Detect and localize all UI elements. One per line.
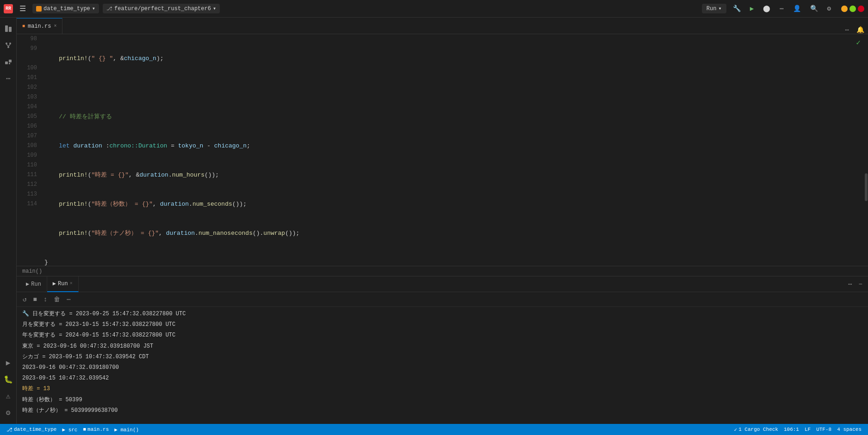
activity-item-source-control[interactable]	[1, 38, 16, 53]
tab-icon-rs: ■	[22, 24, 25, 29]
svg-rect-1	[9, 27, 12, 32]
status-indent[interactable]: 4 spaces	[834, 424, 864, 435]
status-symbol-label: ▶ main()	[114, 427, 139, 433]
panel-tab-run-2[interactable]: ▶ Run ×	[47, 276, 79, 292]
title-bar-left: RR ☰ date_time_type ▾ ⎇ feature/perfect_…	[4, 3, 698, 14]
branch-chevron-icon: ▾	[213, 5, 216, 12]
code-editor[interactable]: ✓ 98 99 100 101 102 103 104 105 106 107 …	[17, 34, 868, 266]
status-branch-icon: ⎇	[6, 427, 12, 433]
tab-notify-button[interactable]: 🔔	[853, 26, 868, 34]
tab-close-button[interactable]: ×	[54, 24, 56, 29]
output-line-6: 2023-09-16 00:47:32.039180700	[17, 362, 868, 373]
profile-icon[interactable]: 👤	[790, 3, 804, 14]
minimize-button[interactable]: —	[841, 6, 848, 12]
output-text-7: 2023-09-15 10:47:32.039542	[22, 374, 109, 383]
tab-bar: ■ main.rs × ⋯ 🔔	[17, 18, 868, 34]
status-encoding[interactable]: UTF-8	[813, 424, 834, 435]
toolbar-scroll-button[interactable]: ↕	[41, 294, 50, 305]
main-layout: ⋯ ▶ 🐛 ⚠ ⚙ ■ main.rs × ⋯ 🔔 ✓ 98	[0, 18, 868, 424]
panel-content[interactable]: 🔧 日を変更する = 2023-09-25 15:47:32.038227800…	[17, 307, 868, 424]
editor-scrollbar[interactable]	[864, 34, 868, 266]
panel-tab-run-icon: ▶	[26, 281, 29, 288]
panel-tab-run-1[interactable]: ▶ Run	[20, 276, 47, 292]
panel-tab-close-button[interactable]: ×	[70, 281, 73, 286]
project-dot	[36, 6, 42, 12]
status-cargo-check[interactable]: ✓ 1 Cargo Check	[732, 424, 781, 435]
activity-item-more[interactable]: ⋯	[1, 71, 16, 86]
play-button[interactable]: ▶	[747, 3, 756, 14]
output-line-5: シカゴ = 2023-09-15 10:47:32.039542 CDT	[17, 352, 868, 362]
function-hint: main()	[17, 266, 868, 276]
hamburger-button[interactable]: ☰	[17, 3, 29, 14]
tab-main-rs[interactable]: ■ main.rs ×	[17, 18, 62, 34]
status-bar: ⎇ date_time_type ▶ src ■ main.rs ▶ main(…	[0, 424, 868, 435]
cargo-check-label: 1 Cargo Check	[738, 427, 778, 432]
status-line-ending-label: LF	[805, 427, 811, 432]
run-chevron-icon: ▾	[718, 5, 721, 12]
scrollbar-thumb[interactable]	[865, 173, 868, 201]
output-text-3: 年を変更する = 2024-09-15 15:47:32.038227800 U…	[22, 331, 175, 340]
title-bar: RR ☰ date_time_type ▾ ⎇ feature/perfect_…	[0, 0, 868, 18]
output-line-1: 🔧 日を変更する = 2023-09-25 15:47:32.038227800…	[17, 309, 868, 319]
status-file-icon: ■	[83, 427, 86, 432]
status-line-ending[interactable]: LF	[802, 424, 813, 435]
status-project-label: date_time_type	[14, 427, 56, 432]
activity-item-problems[interactable]: ⚠	[1, 389, 16, 404]
output-line-9: 時差（秒数） = 50399	[17, 395, 868, 405]
status-position[interactable]: 106:1	[781, 424, 802, 435]
branch-selector[interactable]: ⎇ feature/perfect_rust_chapter6 ▾	[103, 4, 220, 13]
toolbar-clear-button[interactable]: 🗑	[51, 294, 62, 305]
svg-point-4	[7, 46, 9, 48]
status-symbol[interactable]: ▶ main()	[112, 424, 142, 435]
svg-line-6	[8, 44, 10, 46]
toolbar-refresh-button[interactable]: ↺	[20, 294, 29, 305]
toolbar-icon-button[interactable]: 🔧	[730, 3, 744, 14]
status-branch[interactable]: ⎇ date_time_type	[4, 424, 59, 435]
svg-point-2	[6, 43, 7, 44]
rr-logo: RR	[4, 4, 13, 13]
settings-icon[interactable]: ⚙	[825, 3, 834, 14]
line-numbers: 98 99 100 101 102 103 104 105 106 107 10…	[17, 34, 41, 266]
svg-rect-0	[5, 25, 8, 32]
more-options-button[interactable]: ⋯	[777, 3, 786, 14]
maximize-button[interactable]: □	[849, 6, 856, 12]
output-text-4: 東京 = 2023-09-16 00:47:32.039180700 JST	[22, 342, 153, 351]
code-line-101: println!("時差 = {}", &duration.num_hours(…	[44, 170, 864, 180]
activity-bar: ⋯ ▶ 🐛 ⚠ ⚙	[0, 18, 17, 424]
activity-item-settings[interactable]: ⚙	[1, 405, 16, 420]
status-src[interactable]: ▶ src	[59, 424, 80, 435]
panel-tab-run2-icon: ▶	[53, 280, 56, 287]
svg-rect-9	[9, 63, 10, 64]
toolbar-stop-button[interactable]: ■	[31, 294, 39, 305]
output-icon-1: 🔧	[22, 310, 32, 319]
code-line-99	[44, 83, 864, 92]
output-line-7: 2023-09-15 10:47:32.039542	[17, 373, 868, 384]
panel-collapse-button[interactable]: −	[857, 280, 864, 289]
code-lines: println!(" {} ", &chicago_n); // 時差を計算する…	[41, 34, 864, 266]
activity-item-run[interactable]: ▶	[1, 355, 16, 370]
window-controls: — □ ✕	[841, 6, 864, 12]
tab-more-button[interactable]: ⋯	[842, 26, 853, 34]
run-button[interactable]: Run ▾	[702, 4, 726, 13]
activity-item-debug[interactable]: 🐛	[1, 372, 16, 387]
activity-item-explorer[interactable]	[1, 21, 16, 36]
status-src-label: ▶ src	[62, 427, 77, 433]
output-text-6: 2023-09-16 00:47:32.039180700	[22, 363, 119, 372]
svg-rect-8	[9, 60, 12, 62]
panel-tab-run-label: Run	[31, 281, 41, 288]
search-icon[interactable]: 🔍	[807, 3, 821, 14]
output-text-5: シカゴ = 2023-09-15 10:47:32.039542 CDT	[22, 353, 149, 361]
checkmark-icon: ✓	[856, 38, 861, 47]
code-line-102: println!("時差（秒数） = {}", duration.num_sec…	[44, 199, 864, 209]
activity-item-extensions[interactable]	[1, 55, 16, 69]
editor-area: ■ main.rs × ⋯ 🔔 ✓ 98 99 100 101 102	[17, 18, 868, 424]
close-button[interactable]: ✕	[858, 6, 864, 12]
record-button[interactable]: ⬤	[760, 3, 773, 14]
branch-icon: ⎇	[106, 6, 112, 12]
status-indent-label: 4 spaces	[837, 427, 862, 432]
toolbar-more-button[interactable]: ⋯	[64, 294, 73, 305]
panel-toolbar: ↺ ■ ↕ 🗑 ⋯	[17, 292, 868, 307]
project-selector[interactable]: date_time_type ▾	[32, 4, 99, 13]
panel-more-button[interactable]: ⋯	[846, 279, 854, 289]
status-file[interactable]: ■ main.rs	[80, 424, 112, 435]
